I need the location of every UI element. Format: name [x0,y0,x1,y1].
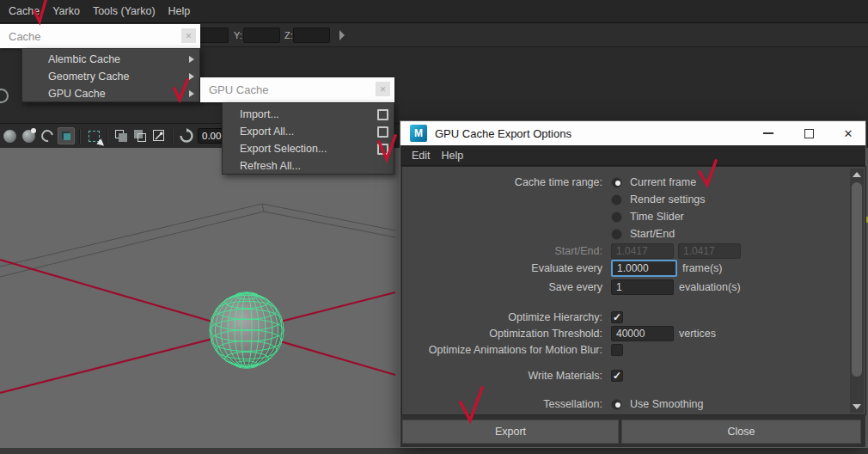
cache-menu-title: Cache [9,30,41,43]
write-materials-checkbox[interactable] [611,370,623,382]
optimization-threshold-label: Optimization Threshold: [402,328,611,340]
timeline-strip [0,448,868,454]
z-coordinate-field[interactable] [293,28,330,43]
option-box-icon[interactable] [377,109,388,120]
toolbar-separator [107,129,108,144]
export-button[interactable]: Export [402,420,619,444]
gpu-cache-menu-panel: Import... Export All... Export Selection… [222,102,394,175]
gpu-cache-menu-title: GPU Cache [209,83,268,96]
tessellation-label: Tessellation: [402,398,611,410]
end-frame-field [678,243,741,259]
menu-tools-yarko[interactable]: Tools (Yarko) [93,5,156,17]
snap-to-grid-icon[interactable] [1,127,18,144]
evaluate-every-label: Evaluate every [402,262,611,274]
z-coordinate-label: Z: [284,30,293,40]
red-axis-lines [0,260,395,393]
radio-start-end-label: Start/End [630,228,675,240]
dialog-title: GPU Cache Export Options [435,127,572,140]
evaluate-every-field[interactable] [611,260,677,277]
close-icon[interactable]: ✕ [376,82,390,96]
start-frame-field [611,243,674,259]
motion-blur-checkbox[interactable] [611,344,623,356]
save-every-field[interactable] [611,279,674,295]
scroll-down-icon[interactable] [850,401,864,413]
scroll-up-icon[interactable] [850,169,864,181]
radio-time-slider-label: Time Slider [630,211,684,223]
gpu-cache-menu-tearoff-header[interactable]: GPU Cache ✕ [200,77,394,102]
menu-item-export-selection[interactable]: Export Selection... [223,140,394,157]
menu-item-alembic-cache[interactable]: Alembic Cache [22,51,199,68]
toolbar-separator [172,129,174,144]
cache-menu-tearoff-header[interactable]: Cache ✕ [0,24,200,48]
optimize-hierarchy-checkbox[interactable] [611,311,623,323]
y-coordinate-label: Y: [234,30,242,40]
submenu-arrow-icon [189,56,194,63]
menu-item-import[interactable]: Import... [223,106,394,123]
dialog-scrollbar[interactable] [850,169,864,413]
save-suffix: evaluation(s) [679,281,741,293]
snap-to-point-icon[interactable] [20,127,37,144]
submenu-arrow-icon [189,73,194,80]
menu-item-export-all[interactable]: Export All... [223,123,394,140]
main-menubar: Cache Yarko Tools (Yarko) Help [0,0,868,23]
cache-time-range-label: Cache time range: [402,176,611,188]
toolbar-separator [79,129,81,144]
component-mode-icon[interactable] [131,127,149,144]
y-coordinate-field[interactable] [243,28,280,43]
close-button[interactable]: ✕ [835,121,861,145]
close-dialog-button[interactable]: Close [621,420,861,444]
dialog-menubar: Edit Help [400,145,865,166]
minimize-icon [763,132,773,134]
option-box-icon[interactable] [377,126,388,138]
minimize-button[interactable] [755,121,781,145]
gpu-cache-export-options-dialog: M GPU Cache Export Options ✕ Edit Help C… [400,120,866,448]
grid-boundary-lines [0,204,395,277]
radio-time-slider[interactable] [611,212,622,223]
radio-render-settings[interactable] [611,194,622,206]
submenu-arrow-icon [189,90,194,97]
scrollbar-thumb[interactable] [852,182,862,377]
dialog-titlebar[interactable]: M GPU Cache Export Options ✕ [400,121,865,145]
menu-item-refresh-all[interactable]: Refresh All... [223,157,394,175]
menu-help[interactable]: Help [168,5,191,17]
symmetry-refresh-icon[interactable] [178,127,195,144]
dialog-menu-edit[interactable]: Edit [412,150,431,162]
optimize-hierarchy-label: Optimize Hierarchy: [402,311,611,323]
wireframe-sphere [210,292,284,368]
close-icon: ✕ [844,127,853,140]
maya-logo-icon: M [410,125,427,142]
radio-render-settings-label: Render settings [630,193,706,206]
cache-menu-panel: Alembic Cache Geometry Cache GPU Cache [21,48,200,102]
maya-application-window: Cache Yarko Tools (Yarko) Help Y: Z: [0,0,868,454]
expand-chevron-icon[interactable] [339,30,345,40]
radio-use-smoothing-label: Use Smoothing [630,398,703,410]
start-end-label: Start/End: [402,245,611,257]
menu-cache[interactable]: Cache [9,5,40,17]
snap-to-curve-icon[interactable] [39,127,56,144]
object-mode-icon[interactable] [113,127,130,144]
write-materials-label: Write Materials: [402,370,611,382]
maximize-icon [804,129,814,138]
close-icon[interactable]: ✕ [181,28,196,43]
save-every-label: Save every [402,281,611,293]
radio-start-end[interactable] [611,229,622,240]
menu-yarko[interactable]: Yarko [52,5,80,17]
dialog-body: Cache time range: Current frame Render s… [401,166,866,415]
menu-item-gpu-cache[interactable]: GPU Cache [22,85,199,102]
option-box-icon[interactable] [377,144,388,155]
radio-use-smoothing[interactable] [611,399,622,410]
make-live-icon[interactable] [58,127,75,144]
threshold-suffix: vertices [679,328,716,340]
optimization-threshold-field[interactable] [611,326,674,341]
radio-current-frame-label: Current frame [630,176,696,188]
menu-item-geometry-cache[interactable]: Geometry Cache [22,68,199,85]
dialog-menu-help[interactable]: Help [442,150,464,162]
selection-mask-icon[interactable] [85,127,102,144]
motion-blur-label: Optimize Animations for Motion Blur: [402,344,611,356]
radio-current-frame[interactable] [611,177,622,188]
evaluate-suffix: frame(s) [682,262,723,274]
highlight-selection-icon[interactable] [150,127,168,144]
maximize-button[interactable] [796,121,822,145]
